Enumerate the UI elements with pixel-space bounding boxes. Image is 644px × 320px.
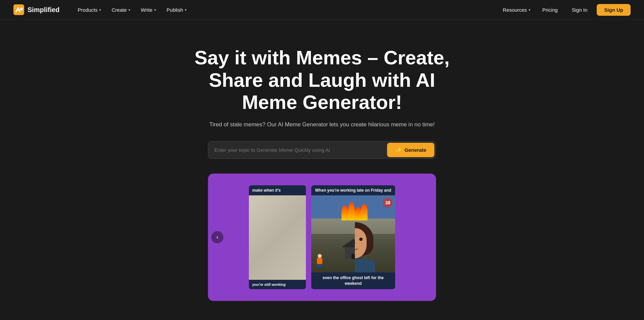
- chevron-down-icon: ▾: [99, 8, 101, 12]
- carousel-prev-button[interactable]: ‹: [211, 231, 223, 243]
- ff-legs: [317, 264, 322, 267]
- portrait-right-eye: [359, 238, 363, 241]
- meme-left-top-text: make when it's: [249, 185, 306, 195]
- meme-card-right: When you're working late on Friday and: [311, 185, 395, 289]
- meme-right-bottom-text: even the office ghost left for the weeke…: [311, 272, 395, 289]
- portrait-face-container: [355, 222, 375, 272]
- search-bar: ✨ Generate: [208, 141, 436, 159]
- meme-card-left: make when it's you're still working: [249, 185, 306, 289]
- chevron-down-icon: ▾: [128, 8, 130, 12]
- nav-right: Resources ▾ Pricing Sign In Sign Up: [498, 4, 631, 16]
- chevron-down-icon: ▾: [529, 8, 530, 12]
- nav-create[interactable]: Create ▾: [107, 4, 135, 15]
- nav-publish[interactable]: Publish ▾: [162, 4, 191, 15]
- nav-pricing[interactable]: Pricing: [538, 4, 562, 15]
- meme-preview-container: ‹ make when it's you're still working Wh…: [208, 174, 436, 301]
- portrait-shoulders: [355, 259, 375, 272]
- portrait-smile: [355, 246, 359, 250]
- nav-left: Products ▾ Create ▾ Write ▾ Publish ▾: [73, 4, 498, 15]
- hero-title: Say it with Memes – Create, Share and La…: [184, 47, 460, 114]
- logo-text: Simplified: [28, 6, 60, 14]
- wand-icon: ✨: [395, 147, 402, 153]
- ff-head: [318, 254, 322, 258]
- chevron-down-icon: ▾: [154, 8, 156, 12]
- hero-section: Say it with Memes – Create, Share and La…: [0, 20, 644, 314]
- signup-button[interactable]: Sign Up: [597, 4, 631, 16]
- chevron-down-icon: ▾: [185, 8, 186, 12]
- generate-button[interactable]: ✨ Generate: [387, 143, 434, 157]
- nav-write[interactable]: Write ▾: [136, 4, 161, 15]
- logo-icon: [13, 4, 24, 15]
- meme-left-bottom-text: you're still working: [249, 280, 306, 289]
- house-door: [352, 254, 355, 259]
- flame-1: [341, 205, 348, 220]
- nav-resources[interactable]: Resources ▾: [498, 4, 535, 15]
- meme-right-image: 38: [311, 195, 395, 272]
- portrait-eyes: [355, 238, 367, 241]
- meme-right-top-text: When you're working late on Friday and: [311, 185, 395, 195]
- nav-products[interactable]: Products ▾: [73, 4, 106, 15]
- flame-3: [355, 207, 362, 220]
- girl-portrait: [355, 222, 395, 272]
- hero-subtitle: Tired of stale memes? Our AI Meme Genera…: [209, 120, 435, 129]
- firefighter-figure: [316, 254, 323, 266]
- flame-4: [361, 204, 368, 220]
- meme-left-image: [249, 195, 306, 280]
- number-badge: 38: [383, 198, 392, 207]
- search-input[interactable]: [208, 142, 386, 157]
- flame-2: [348, 202, 355, 220]
- logo-link[interactable]: Simplified: [13, 4, 60, 15]
- svg-point-1: [20, 8, 23, 10]
- navbar: Simplified Products ▾ Create ▾ Write ▾ P…: [0, 0, 644, 20]
- ff-body: [317, 258, 322, 264]
- signin-button[interactable]: Sign In: [565, 4, 594, 15]
- fire-flames: [338, 200, 368, 220]
